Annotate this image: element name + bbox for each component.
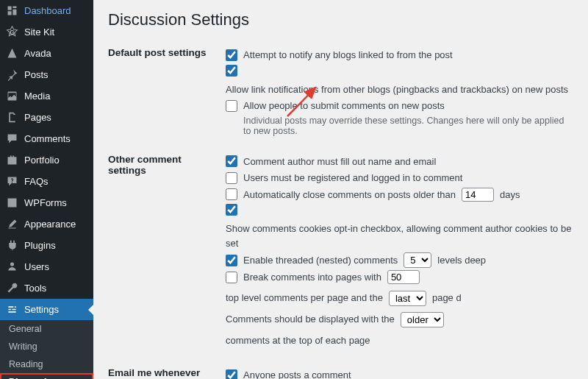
section-heading-other: Other comment settings	[108, 149, 226, 364]
input-per-page[interactable]	[387, 270, 420, 284]
option-label: Automatically close comments on posts ol…	[243, 188, 456, 202]
option-label-suffix: levels deep	[437, 253, 486, 268]
plugins-icon	[6, 239, 18, 252]
sidebar-item-settings[interactable]: Settings	[0, 299, 93, 320]
sidebar-item-wpforms[interactable]: WPForms	[0, 192, 93, 213]
sidebar-item-label: Portfolio	[24, 155, 60, 166]
checkbox-auto-close[interactable]	[226, 188, 237, 200]
option-label: Break comments into pages with	[243, 270, 381, 285]
tools-icon	[6, 282, 18, 294]
sidebar-item-label: Plugins	[24, 240, 56, 251]
appearance-icon	[6, 218, 18, 230]
option-label: Allow people to submit comments on new p…	[243, 99, 445, 113]
sidebar-item-label: Site Kit	[24, 26, 54, 38]
sidebar-item-plugins[interactable]: Plugins	[0, 235, 93, 256]
select-comment-order[interactable]: older	[401, 312, 444, 327]
sidebar-item-label: FAQs	[24, 176, 49, 187]
option-label: Users must be registered and logged in t…	[243, 171, 462, 185]
sidebar-item-faqs[interactable]: FAQs	[0, 171, 93, 192]
section-heading-email: Email me whenever	[108, 363, 226, 379]
media-icon	[6, 90, 18, 102]
sidebar-item-label: Pages	[24, 112, 51, 123]
checkbox-author-name-email[interactable]	[226, 155, 237, 167]
sidebar-item-label: Appearance	[24, 219, 76, 230]
option-label-suffix: page d	[432, 291, 462, 305]
submenu-item-reading[interactable]: Reading	[0, 355, 93, 373]
option-label: Comments should be displayed with the	[226, 312, 395, 327]
checkbox-users-registered[interactable]	[226, 172, 237, 184]
submenu-item-writing[interactable]: Writing	[0, 338, 93, 355]
sidebar-item-posts[interactable]: Posts	[0, 64, 93, 85]
sidebar-item-dashboard[interactable]: Dashboard	[0, 0, 93, 21]
sidebar-item-pages[interactable]: Pages	[0, 107, 93, 128]
sidebar-item-label: Media	[24, 91, 50, 102]
checkbox-notify-blogs[interactable]	[226, 49, 237, 61]
sidebar-item-tools[interactable]: Tools	[0, 277, 93, 299]
option-label: Attempt to notify any blogs linked to fr…	[243, 48, 453, 63]
checkbox-allow-pingbacks[interactable]	[226, 65, 237, 77]
sitekit-icon: G	[6, 26, 18, 38]
option-label-mid: top level comments per page and the	[226, 291, 383, 305]
checkbox-email-anyone-posts[interactable]	[226, 369, 237, 379]
option-label: Enable threaded (nested) comments	[243, 253, 398, 268]
sidebar-item-label: Dashboard	[24, 5, 71, 16]
submenu-item-discussion[interactable]: Discussion	[0, 373, 93, 379]
pages-icon	[6, 111, 18, 124]
pin-icon	[6, 68, 18, 81]
avada-icon	[6, 47, 18, 60]
checkbox-threaded[interactable]	[226, 255, 237, 266]
settings-submenu: General Writing Reading Discussion	[0, 320, 93, 379]
admin-sidebar: Dashboard G Site Kit Avada Posts Media P…	[0, 0, 93, 379]
sidebar-item-label: WPForms	[24, 197, 67, 208]
option-label-suffix: comments at the top of each page	[226, 333, 370, 348]
sidebar-item-portfolio[interactable]: Portfolio	[0, 149, 93, 171]
sidebar-item-label: Posts	[24, 69, 49, 80]
select-thread-depth[interactable]: 5	[404, 252, 431, 268]
comments-icon	[6, 132, 18, 145]
settings-form: Default post settings Attempt to notify …	[108, 43, 573, 379]
option-label-suffix: days	[500, 188, 520, 202]
users-icon	[6, 261, 18, 273]
dashboard-icon	[6, 4, 18, 17]
select-default-page[interactable]: last	[389, 291, 426, 306]
sidebar-item-label: Comments	[24, 133, 71, 144]
wpforms-icon	[6, 196, 18, 209]
section-note: Individual posts may override these sett…	[243, 116, 573, 136]
checkbox-paginate[interactable]	[226, 272, 237, 283]
sidebar-item-label: Settings	[24, 304, 59, 315]
sidebar-item-label: Avada	[24, 48, 51, 59]
option-label: Allow link notifications from other blog…	[226, 82, 568, 97]
sidebar-item-label: Tools	[24, 283, 46, 294]
sidebar-item-media[interactable]: Media	[0, 85, 93, 107]
option-label: Anyone posts a comment	[243, 368, 351, 379]
sidebar-item-sitekit[interactable]: G Site Kit	[0, 21, 93, 43]
sidebar-item-comments[interactable]: Comments	[0, 128, 93, 149]
section-heading-default-post: Default post settings	[108, 43, 226, 149]
checkbox-cookies-optin[interactable]	[226, 204, 237, 216]
sidebar-item-users[interactable]: Users	[0, 256, 93, 277]
submenu-item-general[interactable]: General	[0, 320, 93, 338]
option-label: Show comments cookies opt-in checkbox, a…	[226, 222, 573, 250]
page-title: Discussion Settings	[108, 10, 573, 29]
input-close-days[interactable]	[462, 188, 494, 202]
settings-icon	[6, 303, 18, 316]
sidebar-item-appearance[interactable]: Appearance	[0, 213, 93, 235]
faqs-icon	[6, 175, 18, 188]
svg-text:G: G	[10, 29, 15, 36]
option-label: Comment author must fill out name and em…	[243, 155, 436, 169]
main-content: Discussion Settings Default post setting…	[93, 0, 588, 379]
sidebar-item-label: Users	[24, 261, 49, 272]
sidebar-item-avada[interactable]: Avada	[0, 43, 93, 64]
portfolio-icon	[6, 154, 18, 166]
checkbox-allow-comments[interactable]	[226, 100, 237, 112]
